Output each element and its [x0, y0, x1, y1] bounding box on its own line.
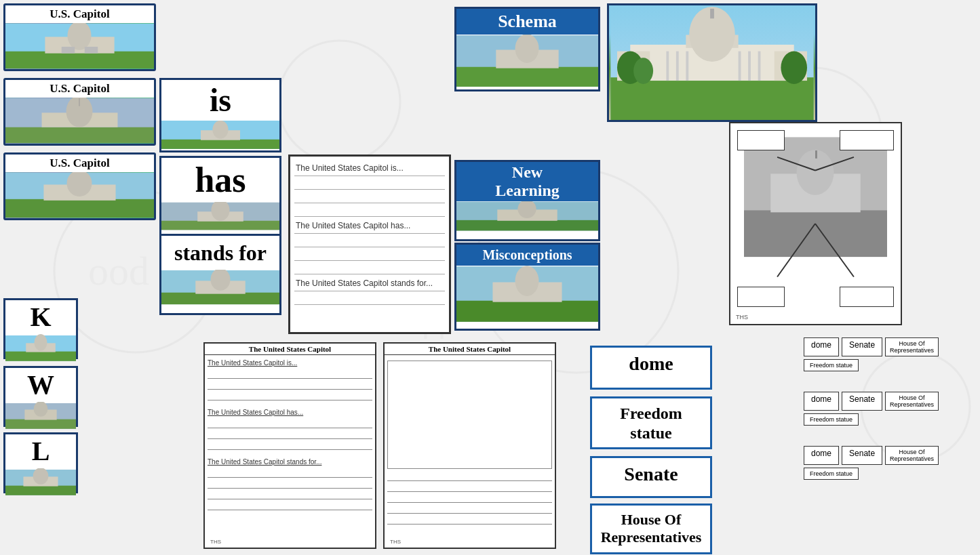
word-is-text: is: [161, 80, 279, 121]
worksheet-2-title: The United States Capitol: [385, 344, 555, 355]
misconceptions-card: Misconceptions: [454, 243, 600, 331]
vocab-card-3-image: [5, 172, 154, 218]
vocab-card-2-image: [5, 98, 154, 144]
large-color-photo: [607, 3, 817, 122]
wg3-house: House OfRepresentatives: [885, 446, 939, 465]
wg1-house: House OfRepresentatives: [885, 337, 939, 356]
svg-rect-81: [815, 150, 817, 159]
svg-rect-37: [5, 352, 76, 361]
go-box-tr: [840, 130, 894, 150]
svg-text:ood: ood: [88, 249, 149, 293]
word-stands-text: stands for: [161, 236, 279, 270]
svg-point-80: [797, 150, 834, 195]
svg-rect-67: [710, 9, 714, 18]
sentence-line-3: The United States Capitol stands for...: [294, 276, 445, 291]
worksheet-1-title: The United States Capitol: [205, 344, 375, 355]
svg-point-51: [515, 35, 539, 63]
svg-rect-78: [744, 210, 887, 257]
vocab-card-3: U.S. Capitol: [3, 152, 156, 220]
ws1-section3: The United States Capitol stands for...: [208, 457, 372, 467]
worksheet-2: The United States Capitol THS: [383, 342, 556, 549]
svg-rect-14: [85, 47, 98, 54]
go-box-tl: [737, 130, 785, 150]
word-group-3: dome Senate House OfRepresentatives Free…: [804, 446, 977, 480]
svg-rect-68: [666, 52, 669, 81]
svg-point-39: [35, 334, 47, 351]
svg-rect-70: [686, 52, 688, 81]
kwl-k-letter: K: [5, 300, 76, 334]
kwl-w-letter: W: [5, 368, 76, 402]
vocab-card-2-title: U.S. Capitol: [5, 80, 154, 98]
ws1-section2: The United States Capitol has...: [208, 407, 372, 417]
new-learning-image: [456, 201, 598, 231]
svg-rect-69: [676, 52, 679, 81]
worksheet-1: The United States Capitol The United Sta…: [203, 342, 376, 549]
schema-image: [456, 35, 598, 87]
kwl-card-k: K: [3, 298, 78, 359]
vocab-card-2: U.S. Capitol: [3, 78, 156, 146]
sentence-line-1: The United States Capitol is...: [294, 161, 445, 176]
misconceptions-image: [456, 266, 598, 323]
word-card-has: has: [159, 156, 281, 237]
kwl-l-image: [5, 468, 76, 497]
svg-rect-41: [5, 419, 76, 429]
kwl-l-letter: L: [5, 434, 76, 468]
kwl-k-image: [5, 334, 76, 363]
word-group-1: dome Senate House OfRepresentatives Free…: [804, 337, 977, 371]
svg-point-1: [278, 41, 400, 163]
go-box-bl: [737, 287, 785, 307]
word-stands-image: [161, 270, 279, 305]
go-box-br: [840, 287, 894, 307]
wg3-freedom: Freedom statue: [804, 468, 859, 480]
new-learning-header: NewLearning: [456, 162, 598, 201]
vocab-house-text: House OfRepresentatives: [592, 506, 710, 552]
svg-rect-33: [161, 293, 279, 304]
wg1-freedom: Freedom statue: [804, 359, 859, 371]
svg-rect-53: [456, 220, 598, 231]
vocab-card-3-title: U.S. Capitol: [5, 155, 154, 172]
svg-rect-10: [5, 52, 154, 68]
svg-rect-73: [758, 52, 761, 81]
wg1-dome: dome: [804, 337, 839, 356]
vocab-card-1-title: U.S. Capitol: [5, 5, 154, 23]
wg2-dome: dome: [804, 392, 839, 411]
svg-point-75: [781, 52, 807, 84]
kwl-card-w: W: [3, 366, 78, 427]
vocab-senate: Senate: [590, 456, 712, 498]
svg-rect-72: [748, 52, 751, 81]
vocab-house: House OfRepresentatives: [590, 503, 712, 554]
wg2-senate: Senate: [842, 392, 882, 411]
graphic-organizer: THS: [729, 122, 902, 325]
vocab-dome-text: dome: [592, 348, 710, 380]
wg2-house: House OfRepresentatives: [885, 392, 939, 411]
kwl-card-l: L: [3, 432, 78, 493]
svg-rect-25: [161, 140, 279, 149]
wg1-senate: Senate: [842, 337, 882, 356]
vocab-senate-text: Senate: [592, 458, 710, 491]
vocab-card-1-image: [5, 23, 154, 69]
svg-rect-29: [161, 221, 279, 230]
wg3-senate: Senate: [842, 446, 882, 465]
svg-point-47: [33, 468, 49, 485]
schema-card: Schema: [454, 7, 600, 91]
word-has-text: has: [161, 158, 279, 202]
word-is-image: [161, 121, 279, 149]
vocab-dome: dome: [590, 346, 712, 390]
word-card-is: is: [159, 78, 281, 152]
svg-rect-21: [5, 199, 154, 218]
schema-header: Schema: [456, 9, 598, 35]
vocab-freedom-text: Freedomstatue: [592, 398, 710, 449]
svg-point-59: [515, 266, 539, 296]
misconceptions-header: Misconceptions: [456, 245, 598, 266]
svg-point-27: [212, 121, 228, 139]
sentence-line-2: The United States Capitol has...: [294, 218, 445, 234]
svg-rect-45: [5, 486, 76, 495]
kwl-w-image: [5, 402, 76, 430]
wg2-freedom: Freedom statue: [804, 413, 859, 426]
svg-rect-57: [456, 301, 598, 322]
word-has-image: [161, 202, 279, 230]
sentence-starters-card: The United States Capitol is... The Unit…: [288, 155, 451, 334]
svg-point-76: [633, 58, 653, 84]
vocab-freedom: Freedomstatue: [590, 396, 712, 449]
svg-rect-13: [62, 47, 75, 54]
